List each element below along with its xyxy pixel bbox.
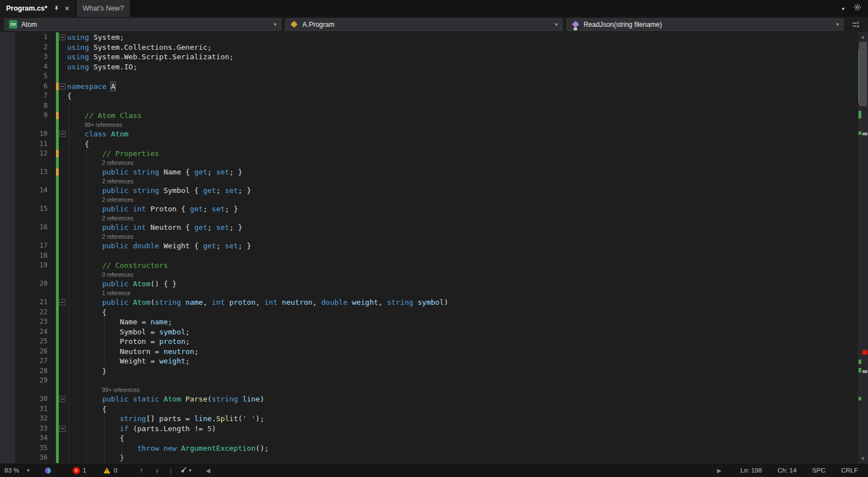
code-line[interactable]: 6−namespace A — [0, 82, 858, 92]
code-line[interactable]: 8 — [0, 101, 858, 111]
code-line[interactable]: 16 public int Neutorn { get; set; } — [0, 223, 858, 233]
fold-toggle-icon[interactable]: − — [59, 299, 65, 305]
error-icon[interactable]: × — [73, 467, 80, 474]
zoom-select[interactable]: 83 % ▾ — [4, 467, 30, 474]
code-editor[interactable]: 1−using System;2using System.Collections… — [0, 32, 868, 463]
code-line[interactable]: 10− class Atom — [0, 129, 858, 139]
split-window-icon[interactable] — [848, 21, 864, 29]
codelens-row[interactable]: 99+ references — [0, 121, 858, 130]
code-line[interactable]: 23 Name = name; — [0, 317, 858, 327]
code-line[interactable]: 22 { — [0, 308, 858, 318]
code-line[interactable]: 36 } — [0, 453, 858, 463]
fold-toggle-icon[interactable]: − — [59, 131, 65, 137]
line-number — [0, 289, 56, 298]
pin-icon[interactable] — [53, 5, 60, 12]
codelens-references-link[interactable]: 1 reference — [67, 289, 858, 298]
code-line[interactable]: 3using System.Web.Script.Serialization; — [0, 52, 858, 62]
fold-toggle-icon[interactable]: − — [59, 426, 65, 432]
fold-toggle-icon[interactable]: − — [59, 34, 65, 40]
type-dropdown[interactable]: A.Program ▾ — [285, 18, 562, 31]
code-line[interactable]: 17 public double Weight { get; set; } — [0, 241, 858, 251]
code-line[interactable]: 20 public Atom() { } — [0, 279, 858, 289]
code-line[interactable]: 35 throw new ArgumentException(); — [0, 443, 858, 454]
code-line[interactable]: 5 — [0, 72, 858, 82]
fold-toggle-icon[interactable]: − — [59, 396, 65, 402]
code-line[interactable]: 1−using System; — [0, 32, 858, 42]
vertical-scrollbar[interactable]: ▲ ▼ — [858, 32, 868, 463]
scroll-right-icon[interactable]: ▶ — [717, 467, 721, 474]
code-line[interactable]: 33− if (parts.Length != 5) — [0, 424, 858, 434]
spaces-indicator[interactable]: SPC — [812, 467, 825, 474]
scrollbar-mark — [862, 370, 867, 373]
codelens-row[interactable]: 2 references — [0, 196, 858, 205]
fold-toggle-icon[interactable]: − — [59, 83, 65, 89]
codelens-references-link[interactable]: 2 references — [67, 159, 858, 168]
code-line[interactable]: 34 { — [0, 433, 858, 443]
code-line[interactable]: 15 public int Proton { get; set; } — [0, 204, 858, 214]
tab-label: What's New? — [83, 4, 124, 12]
tab-list-chevron-icon[interactable]: ▾ — [842, 6, 844, 12]
codelens-references-link[interactable]: 99+ references — [67, 386, 858, 395]
scroll-down-icon[interactable]: ▼ — [858, 454, 868, 463]
code-line[interactable]: 18 — [0, 251, 858, 261]
code-line[interactable]: 24 Symbol = symbol; — [0, 327, 858, 337]
code-cleanup-icon[interactable] — [180, 466, 187, 474]
code-line[interactable]: 31 { — [0, 404, 858, 414]
gear-icon[interactable] — [853, 3, 861, 13]
member-dropdown[interactable]: ReadJson(string filename) ▾ — [567, 18, 843, 31]
codelens-references-link[interactable]: 2 references — [67, 214, 858, 223]
code-cleanup-chevron-icon[interactable]: ▾ — [189, 467, 192, 473]
scrollbar-thumb[interactable] — [859, 42, 867, 106]
code-line[interactable]: 26 Neutorn = neutron; — [0, 347, 858, 357]
codelens-row[interactable]: 1 reference — [0, 289, 858, 298]
eol-indicator[interactable]: CRLF — [841, 467, 858, 474]
line-number: 22 — [0, 308, 56, 318]
scroll-up-icon[interactable]: ▲ — [858, 32, 868, 41]
code-line[interactable]: 2using System.Collections.Generic; — [0, 42, 858, 53]
code-line[interactable]: 25 Proton = proton; — [0, 337, 858, 347]
codelens-row[interactable]: 99+ references — [0, 386, 858, 395]
codelens-row[interactable]: 2 references — [0, 177, 858, 186]
codelens-row[interactable]: 2 references — [0, 214, 858, 223]
code-line[interactable]: 11 { — [0, 139, 858, 149]
scroll-left-icon[interactable]: ◀ — [206, 467, 210, 474]
project-dropdown[interactable]: C# Atom ▾ — [4, 18, 281, 31]
codelens-references-link[interactable]: 2 references — [67, 233, 858, 242]
code-line[interactable]: 12 // Properties — [0, 149, 858, 159]
code-line[interactable]: 4using System.IO; — [0, 62, 858, 72]
codelens-row[interactable]: 0 references — [0, 271, 858, 280]
code-line[interactable]: 19 // Constructors — [0, 261, 858, 271]
code-line[interactable]: 28 } — [0, 366, 858, 376]
line-number: 34 — [0, 433, 56, 443]
code-line[interactable]: 29 — [0, 376, 858, 386]
codelens-references-link[interactable]: 0 references — [67, 271, 858, 280]
line-indicator[interactable]: Ln: 198 — [740, 467, 762, 474]
codelens-row[interactable]: 2 references — [0, 159, 858, 168]
fold-gutter — [56, 327, 67, 337]
code-line[interactable]: 14 public string Symbol { get; set; } — [0, 186, 858, 196]
fold-gutter: − — [56, 394, 67, 404]
warning-icon[interactable] — [103, 467, 111, 474]
codelens-references-link[interactable]: 99+ references — [67, 121, 858, 130]
code-line[interactable]: 30− public static Atom Parse(string line… — [0, 394, 858, 404]
code-line[interactable]: 21− public Atom(string name, int proton,… — [0, 297, 858, 308]
code-line[interactable]: 9 // Atom Class — [0, 111, 858, 121]
code-line[interactable]: 13 public string Name { get; set; } — [0, 167, 858, 177]
code-line[interactable]: 32 string[] parts = line.Split(' '); — [0, 414, 858, 424]
horizontal-scrollbar[interactable]: ◀ ▶ — [206, 467, 721, 474]
chevron-down-icon: ▾ — [836, 21, 839, 27]
codelens-references-link[interactable]: 2 references — [67, 196, 858, 205]
previous-issue-icon[interactable]: ↑ — [140, 466, 143, 474]
line-number: 36 — [0, 453, 56, 463]
close-icon[interactable]: × — [65, 4, 69, 12]
codelens-row[interactable]: 2 references — [0, 233, 858, 242]
code-line[interactable]: 27 Weight = weight; — [0, 356, 858, 366]
codelens-references-link[interactable]: 2 references — [67, 177, 858, 186]
tab-program-cs[interactable]: Program.cs* × — [0, 0, 76, 17]
next-issue-icon[interactable]: ↓ — [156, 466, 159, 474]
document-health-icon[interactable] — [44, 467, 51, 474]
line-number: 9 — [0, 111, 56, 121]
code-line[interactable]: 7{ — [0, 91, 858, 101]
tab-whats-new[interactable]: What's New? — [77, 0, 130, 17]
column-indicator[interactable]: Ch: 14 — [777, 467, 796, 474]
